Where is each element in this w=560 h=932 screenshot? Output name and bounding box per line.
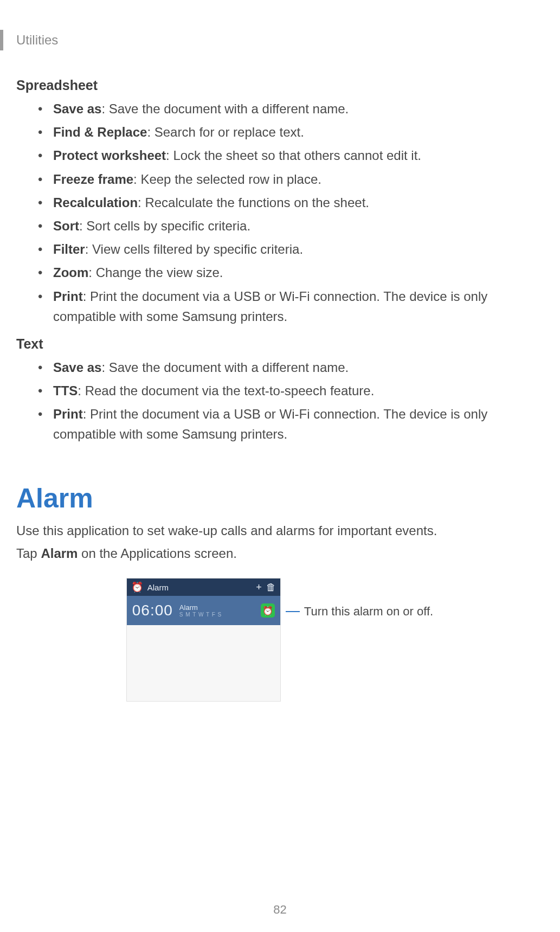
list-item: Protect worksheet: Lock the sheet so tha… [38,145,544,165]
list-item-term: Find & Replace [53,125,147,139]
list-item-term: Save as [53,360,101,375]
list-item: Find & Replace: Search for or replace te… [38,122,544,142]
alarm-figure: ⏰ Alarm + 🗑 06:00 Alarm S M T W T F S ⏰ … [16,579,544,701]
tap-post: on the Applications screen. [78,546,237,561]
list-item: Print: Print the document via a USB or W… [38,404,544,444]
list-item-desc: : Read the document via the text-to-spee… [78,383,374,398]
list-item-term: Freeze frame [53,172,133,187]
alarm-row[interactable]: 06:00 Alarm S M T W T F S ⏰ [127,596,280,625]
alarm-intro: Use this application to set wake-up call… [16,522,544,541]
clock-icon: ⏰ [131,582,143,592]
list-item-term: Sort [53,218,79,233]
text-list: Save as: Save the document with a differ… [16,357,544,445]
callout-line [286,611,300,612]
list-item: TTS: Read the document via the text-to-s… [38,381,544,401]
list-item-desc: : Save the document with a different nam… [101,360,349,375]
alarm-time: 06:00 [132,602,173,619]
alarm-tap-line: Tap Alarm on the Applications screen. [16,544,544,563]
list-item-desc: : Save the document with a different nam… [101,101,349,116]
list-item-desc: : Keep the selected row in place. [133,172,321,187]
spreadsheet-list: Save as: Save the document with a differ… [16,99,544,326]
list-item-term: Protect worksheet [53,148,166,163]
list-item: Filter: View cells filtered by specific … [38,239,544,259]
list-item-term: Filter [53,242,85,256]
alarm-screenshot: ⏰ Alarm + 🗑 06:00 Alarm S M T W T F S ⏰ [127,579,280,701]
add-icon[interactable]: + [256,582,262,592]
list-item-desc: : Print the document via a USB or Wi-Fi … [53,407,487,441]
list-item: Zoom: Change the view size. [38,262,544,282]
list-item-desc: : Sort cells by specific criteria. [79,218,250,233]
alarm-label: Alarm [179,604,254,612]
list-item-desc: : Change the view size. [88,265,223,280]
alarm-days: S M T W T F S [179,612,254,618]
list-item: Recalculation: Recalculate the functions… [38,192,544,213]
spreadsheet-heading: Spreadsheet [16,78,544,93]
list-item-desc: : Print the document via a USB or Wi-Fi … [53,289,487,324]
alarm-toggle[interactable]: ⏰ [261,603,275,618]
list-item-desc: : Recalculate the functions on the sheet… [138,195,369,210]
screenshot-body [127,625,280,701]
list-item-term: Recalculation [53,195,138,210]
alarm-meta: Alarm S M T W T F S [179,604,254,618]
text-heading: Text [16,336,544,352]
list-item-term: TTS [53,383,78,398]
alarm-heading: Alarm [16,483,544,514]
list-item-desc: : Search for or replace text. [147,125,304,139]
list-item: Freeze frame: Keep the selected row in p… [38,169,544,189]
list-item: Sort: Sort cells by specific criteria. [38,216,544,236]
tap-app-name: Alarm [41,546,78,561]
page-number: 82 [0,903,560,917]
manual-page: Utilities Spreadsheet Save as: Save the … [0,0,560,932]
header-rule [0,30,3,50]
screenshot-title: Alarm [147,583,252,592]
callout-text: Turn this alarm on or off. [304,605,433,619]
tap-pre: Tap [16,546,41,561]
list-item-term: Print [53,289,83,304]
list-item: Save as: Save the document with a differ… [38,99,544,119]
delete-icon[interactable]: 🗑 [266,582,276,592]
list-item-term: Save as [53,101,101,116]
list-item: Save as: Save the document with a differ… [38,357,544,377]
list-item-desc: : View cells filtered by specific criter… [85,242,303,256]
list-item: Print: Print the document via a USB or W… [38,286,544,326]
list-item-term: Zoom [53,265,88,280]
running-head: Utilities [16,33,544,48]
list-item-desc: : Lock the sheet so that others cannot e… [166,148,421,163]
callout: Turn this alarm on or off. [286,605,433,619]
alarm-toggle-icon: ⏰ [262,606,273,616]
screenshot-header: ⏰ Alarm + 🗑 [127,579,280,596]
list-item-term: Print [53,407,83,421]
